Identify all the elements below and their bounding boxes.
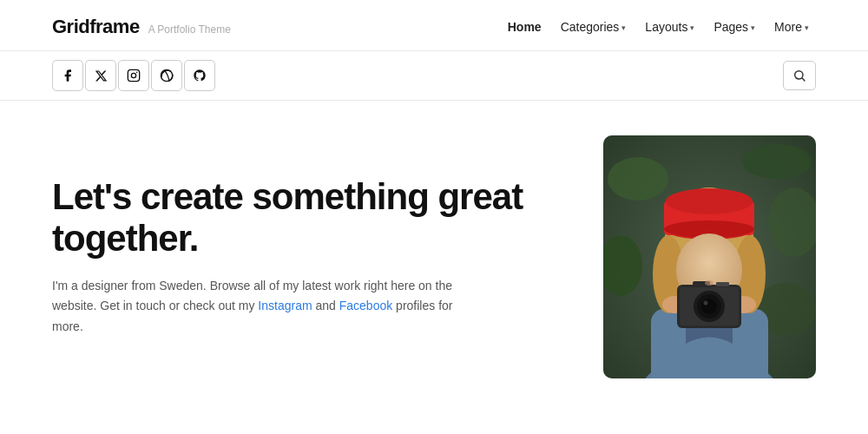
svg-rect-31	[716, 282, 729, 286]
instagram-link[interactable]: Instagram	[258, 299, 312, 312]
hero-title: Let's create something great together.	[52, 176, 538, 260]
instagram-icon[interactable]	[118, 60, 149, 91]
main-nav: Home Categories ▾ Layouts ▾ Pages ▾ More…	[501, 16, 816, 37]
svg-point-8	[742, 144, 812, 179]
hero-section: Let's create something great together. I…	[0, 101, 868, 404]
hero-text: Let's create something great together. I…	[52, 176, 538, 338]
social-icons-group	[52, 60, 215, 91]
hero-image	[603, 135, 816, 378]
svg-point-28	[701, 299, 717, 314]
svg-point-7	[608, 157, 668, 201]
facebook-link[interactable]: Facebook	[339, 299, 392, 312]
chevron-down-icon: ▾	[621, 23, 626, 32]
github-icon[interactable]	[184, 60, 215, 91]
nav-item-more[interactable]: More ▾	[767, 16, 816, 37]
svg-point-1	[131, 73, 135, 77]
search-button[interactable]	[783, 61, 816, 90]
logo-area: Gridframe A Portfolio Theme	[52, 16, 231, 38]
site-logo[interactable]: Gridframe	[52, 16, 140, 38]
social-bar	[0, 51, 868, 101]
dribbble-icon[interactable]	[151, 60, 182, 91]
nav-item-home[interactable]: Home	[501, 16, 549, 37]
svg-point-19	[666, 188, 753, 214]
facebook-icon[interactable]	[52, 60, 83, 91]
twitter-icon[interactable]	[85, 60, 116, 91]
svg-point-32	[705, 280, 713, 286]
hero-description: I'm a designer from Sweden. Browse all o…	[52, 276, 469, 338]
site-header: Gridframe A Portfolio Theme Home Categor…	[0, 0, 868, 51]
site-tagline: A Portfolio Theme	[148, 23, 231, 36]
chevron-down-icon: ▾	[690, 23, 694, 32]
nav-item-categories[interactable]: Categories ▾	[554, 16, 634, 37]
chevron-down-icon: ▾	[751, 23, 755, 32]
chevron-down-icon: ▾	[805, 23, 809, 32]
svg-point-2	[136, 72, 138, 74]
nav-item-pages[interactable]: Pages ▾	[707, 16, 762, 37]
svg-point-29	[704, 301, 708, 306]
nav-item-layouts[interactable]: Layouts ▾	[638, 16, 701, 37]
svg-line-5	[802, 78, 805, 81]
svg-rect-0	[128, 69, 139, 81]
